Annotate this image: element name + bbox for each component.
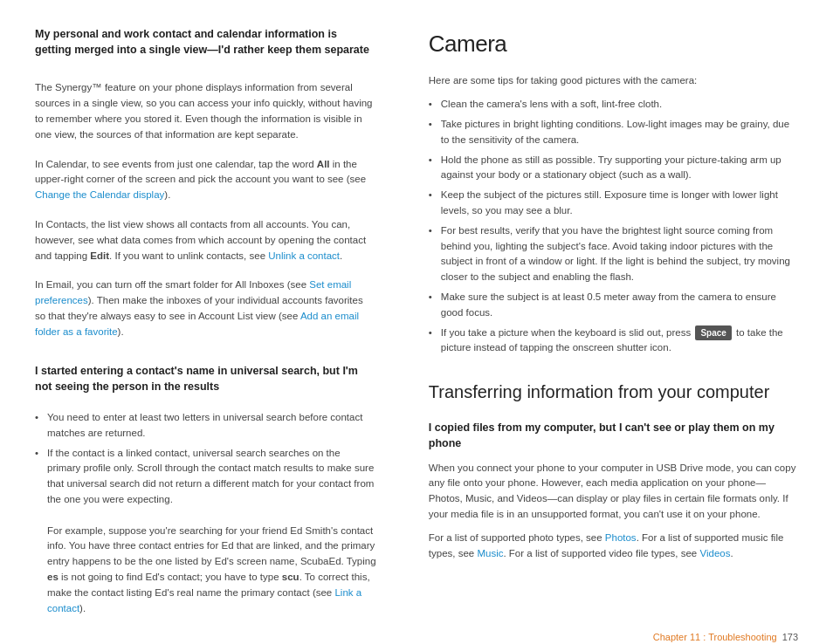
transferring-para2: For a list of supported photo types, see…	[429, 531, 798, 562]
footer-page: 173	[782, 632, 798, 642]
camera-bullet-6: Make sure the subject is at least 0.5 me…	[429, 290, 798, 321]
section1-para2-bold: All	[317, 159, 330, 169]
calendar-display-link[interactable]: Change the Calendar display	[35, 189, 164, 200]
section2-bullet2-text: If the contact is a linked contact, univ…	[47, 448, 374, 504]
camera-section: Camera Here are some tips for taking goo…	[429, 26, 798, 356]
photos-link[interactable]: Photos	[605, 532, 637, 543]
section1-para2: In Calendar, to see events from just one…	[35, 157, 376, 203]
section2-heading: I started entering a contact's name in u…	[35, 363, 376, 394]
section-calendar-heading: My personal and work contact and calenda…	[35, 26, 376, 58]
section1-para3-bold: Edit	[90, 250, 109, 261]
transferring-section: Transferring information from your compu…	[429, 379, 798, 561]
section1-para4: In Email, you can turn off the smart fol…	[35, 277, 376, 339]
section2-bullet1: You need to enter at least two letters i…	[35, 410, 376, 442]
section1-para4-end: ).	[118, 326, 124, 337]
section1-para2-wrapper: In Calendar, to see events from just one…	[35, 157, 376, 203]
subheading-wrapper: I copied files from my computer, but I c…	[429, 420, 798, 451]
left-column: My personal and work contact and calenda…	[35, 26, 403, 625]
section1-para3-post: . If you want to unlink contacts, see	[109, 250, 268, 261]
footer-chapter: Chapter 11 : Troubleshooting	[653, 632, 777, 642]
transferring-para2-mid2: . For a list of supported video file typ…	[503, 548, 699, 558]
section2-bullets: You need to enter at least two letters i…	[35, 410, 376, 617]
section1-para4-wrapper: In Email, you can turn off the smart fol…	[35, 277, 376, 339]
right-column: Camera Here are some tips for taking goo…	[403, 26, 798, 625]
camera-bullet-2: Take pictures in bright lighting conditi…	[429, 117, 798, 148]
section2-bullet2: If the contact is a linked contact, univ…	[35, 446, 376, 617]
section1-para4-pre: In Email, you can turn off the smart fol…	[35, 279, 309, 290]
copied-files-subheading: I copied files from my computer, but I c…	[429, 420, 798, 451]
unlink-contact-link[interactable]: Unlink a contact	[268, 250, 340, 261]
section1-para2-end: ).	[164, 189, 170, 200]
transferring-para1: When you connect your phone to your comp…	[429, 461, 798, 523]
camera-intro: Here are some tips for taking good pictu…	[429, 73, 798, 89]
camera-bullet-5: For best results, verify that you have t…	[429, 223, 798, 285]
camera-bullet-3: Hold the phone as still as possible. Try…	[429, 153, 798, 184]
music-link[interactable]: Music	[477, 548, 503, 558]
section2-example: For example, suppose you're searching fo…	[47, 525, 376, 613]
space-key: Space	[695, 325, 731, 341]
section1-para2-pre: In Calendar, to see events from just one…	[35, 159, 317, 169]
section2-heading-wrapper: I started entering a contact's name in u…	[35, 363, 376, 394]
section1-heading: My personal and work contact and calenda…	[35, 26, 376, 58]
section1-para3-wrapper: In Contacts, the list view shows all con…	[35, 217, 376, 264]
videos-link[interactable]: Videos	[699, 548, 730, 558]
camera-bullet-1: Clean the camera's lens with a soft, lin…	[429, 97, 798, 113]
transferring-para2-end: .	[730, 548, 733, 558]
section1-para3-end: .	[340, 250, 342, 261]
camera-bullet-7-space: If you take a picture when the keyboard …	[429, 325, 798, 357]
camera-heading: Camera	[429, 26, 798, 61]
camera-bullets: Clean the camera's lens with a soft, lin…	[429, 97, 798, 356]
transferring-heading: Transferring information from your compu…	[429, 379, 798, 406]
footer: Chapter 11 : Troubleshooting 173	[653, 632, 798, 642]
section1-para3: In Contacts, the list view shows all con…	[35, 217, 376, 264]
camera-bullet-4: Keep the subject of the pictures still. …	[429, 188, 798, 219]
section1-para1-wrapper: The Synergy™ feature on your phone displ…	[35, 80, 376, 142]
transferring-para2-pre: For a list of supported photo types, see	[429, 532, 605, 543]
space-bullet-pre: If you take a picture when the keyboard …	[441, 327, 694, 338]
section1-para1: The Synergy™ feature on your phone displ…	[35, 80, 376, 142]
